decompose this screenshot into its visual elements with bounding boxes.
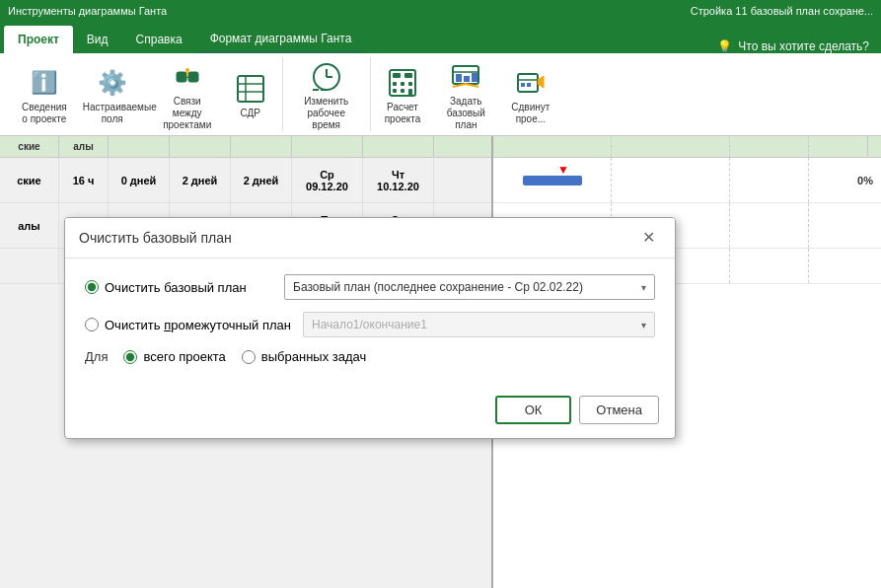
dropdown-interim: Начало1/окончание1 ▾: [303, 312, 655, 337]
radio-project-label[interactable]: всего проекта: [123, 349, 225, 364]
for-label: Для: [85, 349, 108, 364]
radio-project-text: всего проекта: [143, 349, 225, 364]
dialog-row-1: Очистить базовый план Базовый план (посл…: [85, 274, 655, 300]
radio-option2-label[interactable]: Очистить промежуточный план: [85, 318, 291, 332]
dialog-title-bar: Очистить базовый план ✕: [65, 218, 675, 258]
clear-baseline-dialog: Очистить базовый план ✕ Очистить базовый…: [64, 217, 676, 439]
radio-option1-label[interactable]: Очистить базовый план: [85, 280, 272, 295]
dialog-for-row: Для всего проекта выбранных задач: [85, 349, 655, 364]
dropdown-baseline-value: Базовый план (последнее сохранение - Ср …: [293, 280, 641, 294]
dialog-body: Очистить базовый план Базовый план (посл…: [65, 258, 675, 386]
radio-tasks-label[interactable]: выбранных задач: [242, 349, 366, 364]
ok-button[interactable]: ОК: [495, 396, 572, 424]
dialog-footer: ОК Отмена: [65, 386, 675, 438]
radio-tasks[interactable]: [242, 350, 256, 364]
dialog-row-2: Очистить промежуточный план Начало1/окон…: [85, 312, 655, 337]
dropdown-interim-arrow: ▾: [641, 320, 646, 331]
radio-option2-text: Очистить промежуточный план: [105, 318, 291, 332]
dialog-close-button[interactable]: ✕: [636, 228, 661, 248]
dialog-title: Очистить базовый план: [79, 230, 232, 246]
radio-tasks-text: выбранных задач: [261, 349, 366, 364]
radio-option1-text: Очистить базовый план: [105, 280, 247, 295]
cancel-button[interactable]: Отмена: [579, 396, 659, 424]
dialog-overlay: Очистить базовый план ✕ Очистить базовый…: [0, 0, 881, 588]
radio-project[interactable]: [123, 350, 137, 364]
dropdown-baseline-arrow: ▾: [641, 282, 646, 293]
radio-option1[interactable]: [85, 280, 99, 294]
radio-option2[interactable]: [85, 318, 99, 331]
dropdown-baseline[interactable]: Базовый план (последнее сохранение - Ср …: [284, 274, 655, 300]
dropdown-interim-value: Начало1/окончание1: [312, 318, 641, 331]
